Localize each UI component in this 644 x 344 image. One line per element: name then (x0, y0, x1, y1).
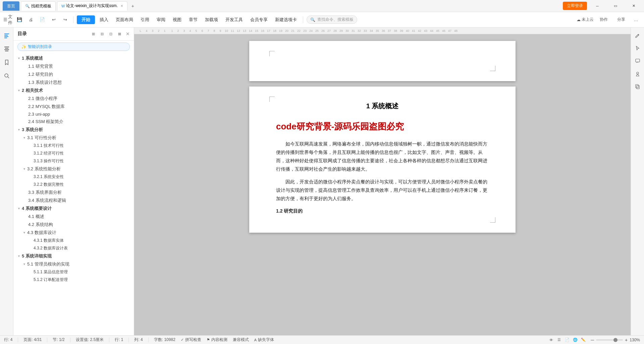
cloud-icon: ☁ (577, 17, 581, 22)
toc-arrow-icon: ▼ (17, 207, 20, 210)
collab-btn[interactable]: 协作 (596, 15, 611, 24)
export-btn[interactable]: 📄 (38, 15, 47, 24)
zoom-plus-btn[interactable]: + (625, 337, 628, 343)
toc-ai-btn[interactable]: ✨ 智能识别目录 (17, 43, 130, 51)
file-menu-btn[interactable]: ☰ 文件 (3, 15, 13, 24)
view-menu-btn[interactable]: 视图 (170, 15, 184, 24)
layout-menu-btn[interactable]: 页面布局 (113, 15, 136, 24)
tab-doc-close[interactable]: ✕ (120, 4, 123, 8)
toc-item[interactable]: 2.1 微信小程序 (13, 95, 134, 103)
status-compat[interactable]: 兼容模式 (233, 337, 249, 343)
cloud-status[interactable]: ☁ 未上云 (577, 17, 594, 22)
right-icon-comment[interactable] (632, 56, 643, 66)
page-content[interactable]: 1 系统概述 code研究背景-源码乐园盗图必究 如今互联网高速发展，网络遍布全… (276, 100, 489, 215)
toc-item[interactable]: ▼3.1 可行性分析 (13, 134, 134, 142)
toc-item[interactable]: 1.2 研究目的 (13, 70, 134, 78)
view-normal-icon[interactable]: ☰ (556, 337, 562, 343)
add-tab-btn[interactable]: + (129, 2, 137, 10)
minimize-button[interactable]: ─ (590, 0, 605, 12)
toc-item[interactable]: 1.1 研究背景 (13, 62, 134, 70)
sidebar-icon-outline[interactable] (1, 44, 12, 54)
sep4 (109, 338, 109, 342)
new-select-btn[interactable]: 新建选项卡 (272, 15, 300, 24)
toc-item[interactable]: 3.4 系统流程和逻辑 (13, 196, 134, 205)
toc-item[interactable]: 4.2 系统结构 (13, 221, 134, 229)
view-edit-icon[interactable]: ✏️ (580, 337, 587, 343)
toc-item[interactable]: 5.1.1 菜品信息管理 (13, 268, 134, 276)
member-menu-btn[interactable]: 会员专享 (248, 15, 270, 24)
search-box[interactable]: 🔍 查找命令、搜索模板 (307, 15, 357, 24)
toc-item[interactable]: 4.3.1 数据库实体 (13, 237, 134, 244)
toolbar-sep1 (73, 16, 73, 23)
toc-item[interactable]: 4.3.2 数据库设计表 (13, 244, 134, 252)
toc-item[interactable]: ▼5.1 管理员模块的实现 (13, 260, 134, 268)
sidebar-icon-bookmark[interactable] (1, 57, 12, 68)
toc-item[interactable]: 4.1 概述 (13, 213, 134, 221)
toc-item[interactable]: 2.3 uni-app (13, 111, 134, 118)
toc-item[interactable]: 3.2.1 系统安全性 (13, 173, 134, 181)
toc-item[interactable]: 3.1.1 技术可行性 (13, 142, 134, 150)
tab-home[interactable]: 首页 (3, 1, 19, 11)
status-content-check[interactable]: ⚑ 内容检测 (207, 337, 227, 343)
right-icon-edit[interactable] (632, 30, 643, 41)
toc-item[interactable]: 2.2 MYSQL 数据库 (13, 103, 134, 111)
toc-close-btn[interactable]: ✕ (126, 31, 130, 37)
zoom-level[interactable]: 130% (630, 338, 640, 342)
addon-menu-btn[interactable]: 加载项 (202, 15, 221, 24)
ref-menu-btn[interactable]: 引用 (138, 15, 152, 24)
zoom-slider[interactable] (596, 339, 623, 341)
view-web-icon[interactable]: 🌐 (572, 337, 579, 343)
restore-button[interactable]: ▭ (608, 0, 623, 12)
zoom-minus-btn[interactable]: ─ (591, 337, 594, 343)
toc-item[interactable]: 5.1.2 订单配送管理 (13, 276, 134, 284)
insert-menu-btn[interactable]: 插入 (97, 15, 111, 24)
review-menu-btn[interactable]: 审阅 (154, 15, 168, 24)
print-btn[interactable]: 🖨 (26, 15, 36, 24)
toc-item[interactable]: ▼1 系统概述 (13, 54, 134, 62)
status-font[interactable]: A 缺失字体 (254, 337, 274, 343)
toc-action-3[interactable]: ⊡ (107, 30, 114, 38)
toc-action-4[interactable]: ⊠ (116, 30, 123, 38)
pages-container[interactable]: 1 系统概述 code研究背景-源码乐园盗图必究 如今互联网高速发展，网络遍布全… (134, 34, 631, 335)
toc-item[interactable]: ▼5 系统详细实现 (13, 252, 134, 260)
toc-item-label: 3.2.2 数据完整性 (34, 182, 64, 187)
sep5 (128, 338, 129, 342)
toc-item[interactable]: 3.3 系统界面分析 (13, 188, 134, 196)
start-menu-btn[interactable]: 开始 (77, 15, 95, 24)
toc-item[interactable]: ▼3 系统分析 (13, 126, 134, 134)
toc-item[interactable]: 3.2.2 数据完整性 (13, 181, 134, 188)
chapter-menu-btn[interactable]: 章节 (186, 15, 200, 24)
toc-item[interactable]: ▼3.2 系统性能分析 (13, 165, 134, 173)
view-page-icon[interactable]: 📄 (564, 337, 571, 343)
status-spellcheck[interactable]: ✓ 拼写检查 (181, 337, 201, 343)
right-icon-pages[interactable] (632, 81, 643, 92)
toc-action-1[interactable]: ⊞ (90, 30, 97, 38)
toc-item-label: 2.4 SSM 框架简介 (28, 119, 63, 125)
statusbar: 行: 4 页面: 4/31 节: 1/2 设置值: 2.5厘米 行: 1 列: … (0, 335, 644, 344)
redo-btn[interactable]: ↪ (60, 15, 70, 24)
toc-action-2[interactable]: ⊟ (98, 30, 106, 38)
save-btn[interactable]: 💾 (15, 15, 24, 24)
titlebar: 首页 🔍 找稻壳模板 W 论文-weixin_设计与实现ssm. ✕ + 立即登… (0, 0, 644, 12)
toc-item[interactable]: 3.1.3 操作可行性 (13, 157, 134, 165)
sidebar-icon-search[interactable] (1, 70, 12, 81)
toc-item[interactable]: ▼4.3 数据库设计 (13, 229, 134, 237)
undo-btn[interactable]: ↩ (49, 15, 58, 24)
dev-menu-btn[interactable]: 开发工具 (223, 15, 246, 24)
sidebar-icon-toc[interactable] (1, 30, 12, 41)
more-options-btn[interactable]: … (631, 15, 641, 24)
tab-template[interactable]: 🔍 找稻壳模板 (21, 1, 56, 11)
toc-item[interactable]: 3.1.2 经济可行性 (13, 150, 134, 157)
view-read-icon[interactable]: 👁 (548, 337, 554, 343)
login-button[interactable]: 立即登录 (563, 2, 587, 10)
page-2: 1 系统概述 code研究背景-源码乐园盗图必究 如今互联网高速发展，网络遍布全… (249, 87, 516, 233)
toc-item[interactable]: 1.3 系统设计思想 (13, 78, 134, 87)
share-btn[interactable]: 分享 (614, 15, 629, 24)
toc-item[interactable]: 2.4 SSM 框架简介 (13, 118, 134, 126)
toc-item[interactable]: ▼2 相关技术 (13, 87, 134, 95)
toc-item[interactable]: ▼4 系统概要设计 (13, 205, 134, 213)
right-icon-cursor[interactable] (632, 43, 643, 54)
tab-doc[interactable]: W 论文-weixin_设计与实现ssm. ✕ (57, 1, 127, 11)
right-icon-location[interactable] (632, 68, 643, 79)
close-button[interactable]: ✕ (626, 0, 641, 12)
